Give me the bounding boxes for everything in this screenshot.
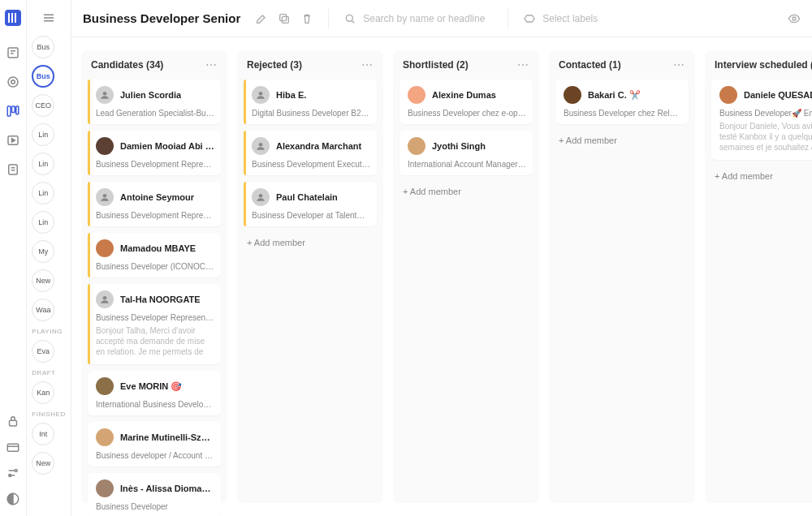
sidebar-item[interactable]: New — [32, 269, 54, 292]
settings-icon[interactable] — [6, 466, 20, 480]
visibility-icon[interactable] — [788, 12, 801, 25]
candidate-card[interactable]: Tal-Ha NOORGATEBusiness Developer Repres… — [88, 284, 221, 364]
card-subtitle: Business Developer — [96, 502, 214, 511]
card-name: Mamadou MBAYE — [120, 243, 196, 253]
sidebar-item[interactable]: Bus — [32, 65, 54, 88]
column-menu-icon[interactable]: ⋯ — [361, 58, 374, 71]
sidebar-item[interactable]: CEO — [32, 94, 54, 117]
candidate-card[interactable]: Damien Mooiad Abi ZamrBusiness Developme… — [88, 131, 221, 175]
app-logo[interactable] — [5, 10, 21, 26]
sidebar-section-header: Playing — [32, 328, 65, 335]
svg-point-2 — [11, 80, 15, 84]
page-title: Business Developer Senior — [83, 11, 240, 25]
svg-point-16 — [793, 17, 796, 20]
theme-icon[interactable] — [6, 492, 20, 506]
sidebar-item[interactable]: Waa — [32, 299, 54, 321]
svg-rect-4 — [12, 106, 15, 113]
notes-icon[interactable] — [6, 45, 20, 60]
candidate-card[interactable]: Eve MORIN 🎯International Business Develo… — [88, 371, 221, 415]
card-icon[interactable] — [6, 440, 20, 454]
sidebar-item[interactable]: Eva — [32, 340, 54, 363]
add-member-button[interactable]: + Add member — [711, 166, 812, 186]
candidate-card[interactable]: Antoine SeymourBusiness Development Repr… — [88, 182, 221, 226]
card-subtitle: Business Development Executive @ic… — [252, 160, 370, 169]
avatar — [96, 290, 114, 308]
copy-icon[interactable] — [278, 12, 291, 25]
sidebar-item[interactable]: Lin — [32, 211, 54, 234]
candidate-card[interactable]: Paul ChatelainBusiness Developer at Tale… — [244, 182, 377, 226]
candidate-card[interactable]: Bakari C. ✂️Business Developer chez Rela… — [555, 80, 689, 124]
labels-placeholder: Select labels — [542, 13, 598, 24]
svg-rect-14 — [280, 14, 287, 20]
column-menu-icon[interactable]: ⋯ — [673, 58, 685, 71]
sidebar-item[interactable]: Kan — [32, 381, 54, 404]
svg-rect-8 — [10, 420, 17, 426]
card-subtitle: Lead Generation Specialist-Business … — [96, 109, 214, 118]
sidebar-item[interactable]: New — [32, 452, 54, 475]
sidebar-item[interactable]: Lin — [32, 123, 54, 146]
avatar — [252, 137, 270, 155]
card-name: Julien Scordia — [120, 90, 181, 100]
svg-point-19 — [103, 296, 107, 300]
column-title: Shortlisted (2) — [403, 59, 469, 71]
topbar: Business Developer Senior — [71, 0, 812, 37]
svg-point-17 — [103, 92, 107, 96]
add-member-button[interactable]: + Add member — [244, 233, 377, 252]
candidate-card[interactable]: Daniele QUESADABusiness Developer🚀 Entre… — [711, 80, 812, 160]
candidate-card[interactable]: Inès - Alissa DiomandéBusiness Developer — [88, 473, 221, 516]
avatar — [96, 377, 114, 395]
card-name: Marine Mutinelli-Szyman… — [120, 432, 214, 442]
svg-point-1 — [8, 77, 18, 87]
sidebar-item[interactable]: Int — [32, 423, 54, 445]
kanban-column: Rejected (3)⋯Hiba E.Digital Business Dev… — [237, 50, 383, 503]
sidebar-item[interactable]: Lin — [32, 153, 54, 175]
candidate-card[interactable]: Marine Mutinelli-Szyman…Business develop… — [88, 422, 221, 467]
card-name: Daniele QUESADA — [744, 90, 812, 100]
column-menu-icon[interactable]: ⋯ — [517, 58, 529, 71]
svg-rect-5 — [16, 106, 19, 114]
avatar — [719, 86, 737, 104]
column-menu-icon[interactable]: ⋯ — [205, 58, 218, 71]
menu-toggle-icon[interactable] — [39, 8, 58, 28]
svg-point-22 — [259, 194, 263, 198]
card-subtitle: Business Developer Representatives — [96, 313, 214, 322]
document-icon[interactable] — [6, 162, 20, 177]
video-icon[interactable] — [6, 133, 20, 148]
column-title: Interview scheduled (1) — [715, 59, 812, 71]
sidebar-item[interactable]: My — [32, 240, 54, 263]
avatar — [96, 428, 114, 446]
card-name: Tal-Ha NOORGATE — [120, 295, 201, 304]
card-name: Alexandra Marchant — [276, 141, 361, 151]
kanban-board: Candidates (34)⋯Julien ScordiaLead Gener… — [71, 37, 812, 516]
labels-select[interactable]: Select labels — [523, 12, 598, 25]
avatar — [96, 239, 114, 257]
sidebar-item[interactable]: Bus — [32, 36, 54, 58]
add-member-button[interactable]: + Add member — [555, 131, 689, 150]
sidebar-item[interactable]: Lin — [32, 182, 54, 204]
card-subtitle: Business Developer (ICONOCLASS), l'… — [96, 262, 214, 271]
card-name: Paul Chatelain — [276, 192, 338, 202]
svg-rect-13 — [283, 16, 289, 23]
add-member-button[interactable]: + Add member — [400, 182, 533, 201]
delete-icon[interactable] — [300, 12, 313, 25]
column-title: Contacted (1) — [559, 59, 621, 71]
edit-icon[interactable] — [255, 12, 268, 25]
svg-point-10 — [15, 470, 17, 472]
candidate-card[interactable]: Hiba E.Digital Business Developer B2B - … — [244, 80, 377, 124]
svg-point-21 — [259, 143, 263, 147]
card-subtitle: Digital Business Developer B2B - Bus… — [252, 109, 370, 118]
card-name: Hiba E. — [276, 90, 306, 100]
avatar — [408, 86, 425, 104]
lock-icon[interactable] — [6, 414, 20, 428]
search-input[interactable] — [363, 13, 493, 24]
candidate-card[interactable]: Jyothi SinghInternational Account Manage… — [400, 131, 533, 175]
candidate-card[interactable]: Mamadou MBAYEBusiness Developer (ICONOCL… — [88, 233, 221, 277]
kanban-icon[interactable] — [6, 104, 20, 118]
candidate-card[interactable]: Alexine DumasBusiness Developer chez e-o… — [400, 80, 533, 124]
avatar — [96, 479, 114, 497]
svg-rect-3 — [7, 106, 11, 116]
search-icon — [343, 12, 356, 25]
candidate-card[interactable]: Alexandra MarchantBusiness Development E… — [244, 131, 377, 175]
target-icon[interactable] — [6, 75, 20, 89]
candidate-card[interactable]: Julien ScordiaLead Generation Specialist… — [88, 80, 221, 124]
